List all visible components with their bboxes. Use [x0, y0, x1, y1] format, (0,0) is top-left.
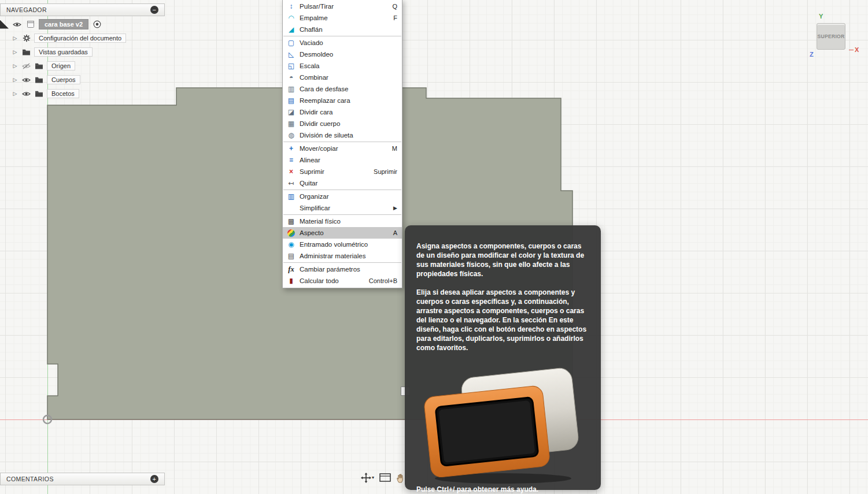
menu-item-cara-de-desfase[interactable]: ▥Cara de desfase — [283, 83, 402, 95]
pan-orbit-button[interactable]: ▾ — [361, 473, 374, 483]
split-body-icon: ▦ — [286, 119, 296, 128]
move-cross-icon — [361, 473, 371, 483]
expand-arrow-icon[interactable]: ▷ — [12, 35, 19, 41]
expand-arrow-icon[interactable]: ▷ — [12, 63, 19, 69]
viewcube-axis-x: X — [849, 46, 859, 53]
comments-header[interactable]: COMENTARIOS + — [0, 473, 165, 485]
physical-material-icon: ▩ — [286, 217, 296, 226]
appearance-example-image — [416, 362, 590, 485]
menu-item-label: Entramado volumétrico — [300, 241, 393, 248]
menu-item-division-de-silueta[interactable]: ◍División de silueta — [283, 129, 402, 141]
offset-face-icon: ▥ — [286, 84, 296, 94]
menu-item-label: Aspecto — [300, 229, 389, 236]
menu-item-label: Combinar — [300, 74, 393, 81]
eye-icon[interactable] — [21, 77, 31, 83]
folder-icon — [34, 76, 44, 83]
navigator-title: NAVEGADOR — [6, 6, 47, 13]
expand-arrow-icon[interactable]: ▷ — [12, 91, 19, 96]
menu-item-alinear[interactable]: ≡Alinear — [283, 154, 402, 166]
menu-item-shortcut: Suprimir — [374, 168, 397, 175]
menu-item-suprimir[interactable]: ×SuprimirSuprimir — [283, 166, 402, 177]
menu-item-dividir-cuerpo[interactable]: ▦Dividir cuerpo — [283, 118, 402, 129]
eye-icon[interactable] — [21, 91, 31, 97]
navigator-root-row[interactable]: cara base v2 — [0, 17, 126, 31]
menu-item-label: Escala — [300, 62, 393, 69]
canvas-navigation-toolbar: ▾ — [361, 473, 405, 483]
fx-icon: fx — [286, 265, 296, 274]
viewcube-face-superior[interactable]: SUPERIOR — [817, 23, 845, 50]
folder-icon — [21, 49, 31, 55]
activate-radio-icon[interactable] — [92, 20, 102, 28]
menu-item-cambiar-parametros[interactable]: fxCambiar parámetros — [283, 263, 402, 275]
menu-item-desmoldeo[interactable]: ◺Desmoldeo — [283, 49, 402, 60]
navigator-item-label[interactable]: Cuerpos — [47, 75, 80, 84]
navigator-collapse-button[interactable]: − — [150, 6, 158, 14]
menu-item-calcular-todo[interactable]: ▮Calcular todoControl+B — [283, 275, 402, 287]
navigator-item-label[interactable]: Vistas guardadas — [34, 47, 93, 57]
navigator-header[interactable]: NAVEGADOR − — [0, 3, 165, 16]
menu-item-empalme[interactable]: ◠EmpalmeF — [283, 12, 402, 24]
move-copy-icon: + — [286, 144, 296, 153]
corner-marker-icon — [0, 20, 9, 29]
draft-icon: ◺ — [286, 50, 296, 59]
navigator-item-label[interactable]: Bocetos — [47, 89, 79, 98]
eye-icon[interactable] — [12, 21, 22, 28]
navigator-item-label[interactable]: Origen — [47, 61, 75, 70]
split-face-icon: ◪ — [286, 107, 296, 117]
menu-item-label: Organizar — [300, 193, 393, 200]
menu-item-chaflan[interactable]: ◢Chaflán — [283, 24, 402, 35]
menu-item-label: Desmoldeo — [300, 51, 393, 58]
menu-item-organizar[interactable]: ▥Organizar — [283, 191, 402, 202]
navigator-item-configuracion-del-documento[interactable]: ▷Configuración del documento — [0, 31, 126, 45]
navigator-item-vistas-guardadas[interactable]: ▷Vistas guardadas — [0, 45, 126, 59]
navigator-root-label[interactable]: cara base v2 — [39, 19, 88, 29]
menu-item-pulsar-tirar[interactable]: ↕Pulsar/TirarQ — [283, 1, 402, 12]
menu-item-vaciado[interactable]: ▢Vaciado — [283, 37, 402, 49]
menu-item-escala[interactable]: ◱Escala — [283, 60, 402, 72]
folder-icon — [34, 90, 44, 97]
menu-separator — [283, 262, 401, 263]
pan-hand-button[interactable] — [396, 473, 405, 483]
menu-item-shortcut: Control+B — [369, 277, 397, 284]
shell-icon: ▢ — [286, 38, 296, 47]
viewcube[interactable]: Y SUPERIOR Z X — [808, 13, 866, 61]
menu-item-simplificar[interactable]: Simplificar▶ — [283, 202, 402, 214]
menu-item-label: Dividir cara — [300, 109, 393, 116]
navigator-item-cuerpos[interactable]: ▷Cuerpos — [0, 73, 126, 87]
menu-item-label: Administrar materiales — [300, 252, 393, 259]
manage-materials-icon: ▤ — [286, 251, 296, 261]
navigator-item-label[interactable]: Configuración del documento — [34, 34, 126, 43]
menu-item-dividir-cara[interactable]: ◪Dividir cara — [283, 106, 402, 118]
menu-item-shortcut: F — [393, 14, 397, 21]
display-settings-button[interactable] — [379, 473, 391, 482]
expand-arrow-icon[interactable]: ▷ — [12, 77, 19, 83]
menu-item-label: Calcular todo — [300, 277, 364, 284]
compute-all-icon: ▮ — [286, 276, 296, 285]
menu-separator — [283, 142, 401, 142]
menu-item-mover-copiar[interactable]: +Mover/copiarM — [283, 143, 402, 154]
no-icon — [286, 203, 296, 213]
menu-item-material-fisico[interactable]: ▩Material físico — [283, 216, 402, 227]
expand-arrow-icon[interactable]: ▷ — [12, 49, 19, 55]
menu-item-label: Quitar — [300, 180, 393, 187]
menu-item-reemplazar-cara[interactable]: ▤Reemplazar cara — [283, 95, 402, 106]
volumetric-lattice-icon: ◉ — [286, 240, 296, 249]
navigator-item-origen[interactable]: ▷Origen — [0, 59, 126, 73]
menu-item-administrar-materiales[interactable]: ▤Administrar materiales — [283, 250, 402, 262]
menu-item-entramado-volumetrico[interactable]: ◉Entramado volumétrico — [283, 239, 402, 250]
scale-icon: ◱ — [286, 61, 296, 70]
tooltip-help-hint: Pulse Ctrl+/ para obtener más ayuda. — [416, 485, 589, 493]
chamfer-icon: ◢ — [286, 25, 296, 34]
menu-item-aspecto[interactable]: AspectoA — [283, 227, 402, 239]
submenu-arrow-icon: ▶ — [393, 205, 397, 211]
navigator-item-bocetos[interactable]: ▷Bocetos — [0, 87, 126, 101]
eye-off-icon[interactable] — [21, 63, 31, 69]
context-menu: ↕Pulsar/TirarQ◠EmpalmeF◢Chaflán▢Vaciado◺… — [282, 0, 402, 288]
appearance-icon — [286, 228, 296, 237]
origin-marker[interactable] — [40, 413, 54, 426]
menu-item-quitar[interactable]: ↤Quitar — [283, 177, 402, 189]
comments-title: COMENTARIOS — [6, 476, 54, 482]
menu-item-combinar[interactable]: ◓Combinar — [283, 72, 402, 83]
add-comment-button[interactable]: + — [150, 475, 158, 483]
viewcube-axis-z: Z — [810, 51, 814, 58]
